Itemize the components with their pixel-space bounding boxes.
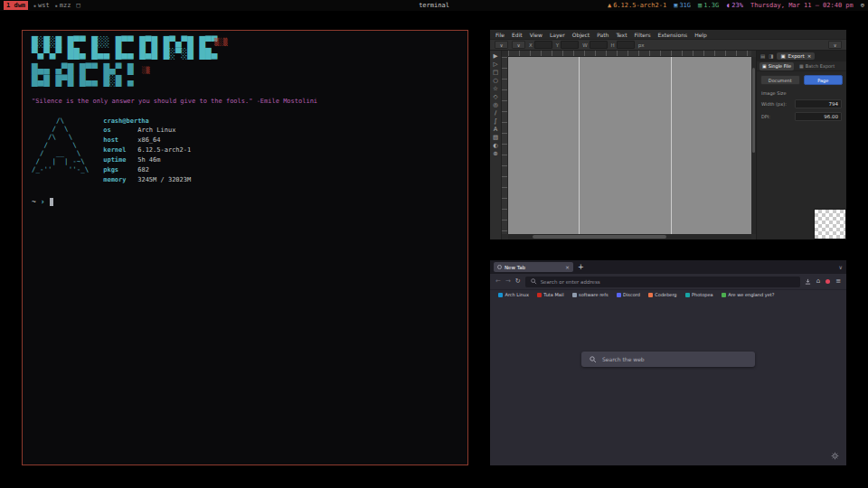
pen-tool-icon[interactable]: ∫ <box>494 118 496 125</box>
tab-new-tab[interactable]: New Tab × <box>494 262 573 272</box>
new-tab-page: Search the web <box>490 299 846 465</box>
zoom-tool-icon[interactable]: ⊕ <box>493 151 497 157</box>
toolbox: ▶ ▷ □ ○ ☆ ◇ ◎ / ∫ A ▧ ◐ ⊕ <box>490 51 502 239</box>
volume-stat: ◖ 23% <box>726 2 743 9</box>
tab-close-icon[interactable]: × <box>565 264 570 270</box>
menu-item-layer[interactable]: Layer <box>550 32 565 38</box>
image-size-label: Image Size <box>757 87 846 98</box>
terminal-cursor <box>50 198 53 206</box>
vertical-scrollbar[interactable] <box>751 57 756 234</box>
rectangle-tool-icon[interactable]: □ <box>493 70 498 76</box>
tag-icon: ▪ <box>55 3 58 8</box>
workspace-tag-active[interactable]: 1 dwm <box>4 1 28 10</box>
menu-item-object[interactable]: Object <box>572 32 590 38</box>
canvas[interactable] <box>508 57 751 234</box>
personalize-gear-icon[interactable] <box>831 452 839 460</box>
tab-title: New Tab <box>505 265 525 270</box>
node-tool-icon[interactable]: ▷ <box>494 61 498 68</box>
tag-icon: ▪ <box>33 3 36 8</box>
menu-item-filters[interactable]: Filters <box>635 32 651 38</box>
height-field[interactable]: H <box>611 41 635 49</box>
power-icon[interactable]: ⊙ <box>861 2 864 9</box>
extension-indicator-icon[interactable] <box>826 279 830 284</box>
selection-dropdown[interactable]: ∨ <box>495 41 508 49</box>
width-field[interactable]: W <box>582 41 607 49</box>
disk-stat: ▣ 31G <box>674 2 691 9</box>
gradient-tool-icon[interactable]: ▧ <box>493 135 498 141</box>
dropper-tool-icon[interactable]: ◐ <box>493 143 498 149</box>
dock-tab-export[interactable]: ▣ Export × <box>777 52 815 60</box>
export-width-field[interactable]: 794 <box>795 99 842 108</box>
bookmark-item-discord[interactable]: Discord <box>617 292 640 297</box>
tab-batch-export[interactable]: ▦ Batch Export <box>797 62 837 70</box>
export-dpi-field[interactable]: 96.00 <box>795 112 842 121</box>
spiral-tool-icon[interactable]: ◎ <box>493 102 498 108</box>
bookmark-item-photopea[interactable]: Photopea <box>685 292 713 297</box>
bookmark-item-are-we-england-yet[interactable]: Are we england yet? <box>722 292 775 297</box>
menu-item-edit[interactable]: Edit <box>512 32 523 38</box>
scale-dropdown[interactable]: ∨ <box>828 41 842 49</box>
kernel-stat: ▲ 6.12.5-arch2-1 <box>608 2 666 9</box>
menu-item-help[interactable]: Help <box>694 32 707 38</box>
reload-button[interactable]: ↻ <box>515 278 521 285</box>
menu-item-view[interactable]: View <box>530 32 542 38</box>
art-decoration: ▒░▒ <box>214 38 227 46</box>
box3d-tool-icon[interactable]: ◇ <box>494 94 498 100</box>
new-tab-button[interactable]: + <box>578 264 584 271</box>
menu-item-extensions[interactable]: Extensions <box>658 32 688 38</box>
art-decoration: ░▒ <box>142 67 149 74</box>
home-icon[interactable]: ⌂ <box>816 278 820 285</box>
status-modules: ▲ 6.12.5-arch2-1 ▣ 31G ▥ 1.3G ◖ 23% Thur… <box>608 2 864 9</box>
star-tool-icon[interactable]: ☆ <box>493 86 498 92</box>
text-tool-icon[interactable]: A <box>494 127 497 133</box>
dock-dialog-icon[interactable]: ▤ <box>760 53 765 59</box>
search-icon <box>531 278 537 285</box>
shell-prompt[interactable]: ~ › <box>32 198 458 206</box>
workspace-tag-wst[interactable]: ▪ wst <box>33 2 50 9</box>
mode-dropdown[interactable]: ∨ <box>512 41 525 49</box>
x-coordinate-field[interactable]: X <box>529 41 552 49</box>
arch-icon: ▲ <box>608 2 611 9</box>
memory-stat: ▥ 1.3G <box>698 2 719 9</box>
fetch-row: kernel6.12.5-arch2-1 <box>103 145 191 155</box>
document-button[interactable]: Document <box>760 75 800 85</box>
menu-button[interactable]: ≡ <box>835 278 841 285</box>
tag-label: wst <box>38 2 50 9</box>
bookmark-favicon <box>617 293 621 297</box>
export-dpi-row: DPI: 96.00 <box>757 110 846 123</box>
selector-tool-icon[interactable]: ▶ <box>494 53 498 60</box>
tab-single-file[interactable]: ▣ Single File <box>760 62 794 70</box>
single-file-icon: ▣ <box>762 63 767 69</box>
bookmark-item-software-refs[interactable]: software refs <box>572 292 609 297</box>
y-coordinate-field[interactable]: Y <box>556 41 579 49</box>
search-icon <box>590 356 597 363</box>
export-preview <box>814 209 846 239</box>
forward-button[interactable]: → <box>505 278 511 285</box>
pencil-tool-icon[interactable]: / <box>495 110 496 117</box>
back-button[interactable]: ← <box>495 278 501 285</box>
prompt-symbol: › <box>41 198 45 206</box>
horizontal-scrollbar[interactable] <box>508 234 751 239</box>
bookmark-item-arch-linux[interactable]: Arch Linux <box>498 292 529 297</box>
workspace-tag-mzz[interactable]: ▪ mzz <box>55 2 71 9</box>
menu-item-file[interactable]: File <box>495 32 505 38</box>
bookmarks-bar: Arch Linux Tuta Mail software refs Disco… <box>490 289 846 299</box>
menu-item-text[interactable]: Text <box>616 32 627 38</box>
menu-item-path[interactable]: Path <box>597 32 609 38</box>
export-dock: ▤ ◨ ▣ Export × ▣ Single File ▦ Batch Exp… <box>756 51 846 239</box>
arch-logo-ascii: /\ / \ /\ \ / \ / __ \ / | | -~\ /_-'' '… <box>32 117 89 174</box>
unit-label[interactable]: px <box>638 42 645 48</box>
page-button[interactable]: Page <box>804 75 844 85</box>
close-icon[interactable]: × <box>807 53 812 59</box>
ellipse-tool-icon[interactable]: ○ <box>493 78 498 84</box>
bookmark-item-tuta-mail[interactable]: Tuta Mail <box>537 292 564 297</box>
tab-list-chevron-icon[interactable]: ∨ <box>839 264 843 270</box>
browser-window: New Tab × + ∨ ← → ↻ Search or enter addr… <box>490 260 846 465</box>
bookmark-item-codeberg[interactable]: Codeberg <box>648 292 677 297</box>
page-guide-line <box>579 57 580 234</box>
layout-icon[interactable]: □ <box>76 2 80 9</box>
web-search-box[interactable]: Search the web <box>581 352 755 367</box>
download-icon[interactable] <box>805 278 811 285</box>
url-bar[interactable]: Search or enter address <box>525 277 800 287</box>
dock-dialog-icon[interactable]: ◨ <box>769 53 773 59</box>
